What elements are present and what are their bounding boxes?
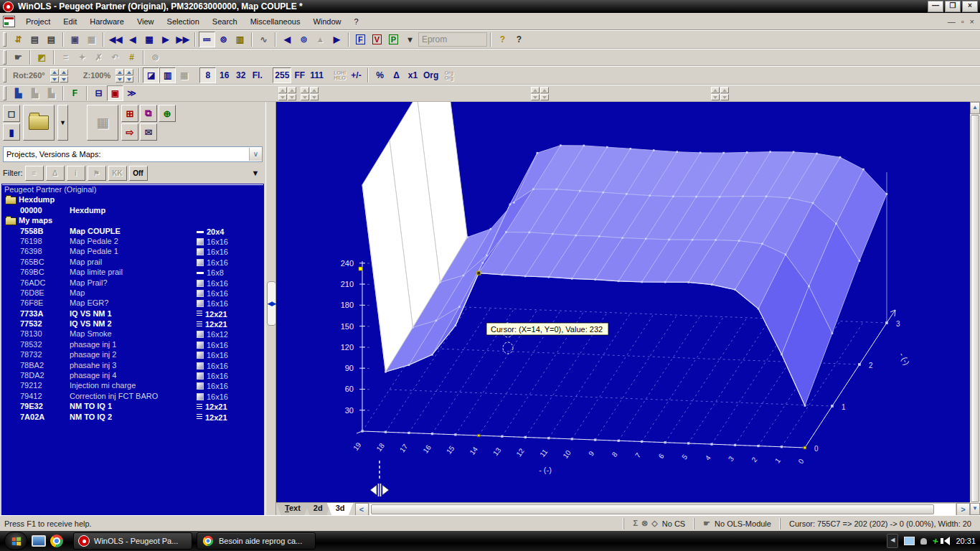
map-list-row[interactable]: 76398Map Pedale 116x16 [1,247,264,257]
menu-item-window[interactable]: Window [306,15,347,28]
first-version-icon[interactable]: ◀◀ [107,32,124,47]
tab-3d[interactable]: 3d [327,503,354,516]
pan-hand-icon[interactable]: ☛ [10,50,27,65]
horizontal-scrollbar[interactable] [369,503,957,516]
rotation-spinner[interactable] [50,69,68,83]
map-search-icon[interactable]: ⊚ [215,32,232,47]
view-3d-icon[interactable]: ▥ [159,67,176,83]
menu-item-[interactable]: ? [348,15,365,28]
new-project-icon[interactable]: ◻ [3,105,20,122]
scroll-up-icon[interactable]: ▲ [970,102,980,114]
toolbar-grip[interactable] [3,32,6,47]
map-list-row[interactable]: 769BCMap limite prail16x8 [1,268,264,278]
mdi-close-button[interactable]: × [970,17,974,26]
format-decimal-button[interactable]: 255 [273,67,291,83]
view-more-icon[interactable]: ▾ [402,32,418,47]
tab-2d[interactable]: 2d [305,503,331,516]
folder-view-icon[interactable]: F [352,32,369,47]
view-2d-icon[interactable]: ◪ [143,67,159,83]
map-list-row[interactable]: 78732phasage inj 216x16 [1,350,264,360]
format-hex-button[interactable]: FF [291,67,308,83]
menu-item-edit[interactable]: Edit [57,15,83,28]
hexdump-view-icon[interactable]: ▥ [232,32,248,47]
map-list-row[interactable]: 76F8EMap EGR?16x16 [1,298,264,309]
connection-icon[interactable]: ∿ [255,32,272,47]
mdi-minimize-button[interactable]: — [948,17,956,26]
open-project-dropdown[interactable]: ▼ [57,105,68,141]
notification-tray-icon[interactable] [920,538,927,545]
width-32bit-button[interactable]: 32 [232,67,249,83]
zoom-spinner[interactable] [116,69,133,83]
toolbar-grip[interactable] [3,86,6,100]
print-icon[interactable]: ▤ [43,32,60,47]
menu-item-view[interactable]: View [131,15,161,28]
network-tray-icon[interactable] [904,537,915,545]
project-view-icon[interactable]: P [385,32,402,47]
toolbar-grip[interactable] [3,50,6,65]
add-version-icon[interactable]: ⊞ [121,105,138,122]
map-list-row[interactable]: 76198Map Pedale 216x16 [1,237,264,247]
open-project-button[interactable] [23,105,55,141]
last-version-icon[interactable]: ▶▶ [174,32,191,47]
show-desktop-icon[interactable] [32,535,46,547]
values-delta-button[interactable]: Δ [388,67,405,83]
version-list-icon[interactable]: ▦ [141,32,157,47]
start-button[interactable] [4,532,27,550]
taskbar-button-winols[interactable]: WinOLS - Peugeot Pa... [73,532,192,550]
previous-version-icon[interactable]: ◀ [124,32,141,47]
map-list-row[interactable]: 00000Hexdump [1,206,264,216]
map-list-row[interactable]: 76ADCMap Prail?16x16 [1,278,264,288]
next-difference-icon[interactable]: ▶ [329,32,345,47]
map-list-row[interactable]: 7558BMap COUPLE20x4 [1,227,264,237]
menu-item-project[interactable]: Project [19,15,57,28]
scroll-down-icon[interactable]: ▼ [970,503,980,515]
values-percent-button[interactable]: % [372,67,388,83]
map-values-icon[interactable]: ≫ [123,85,140,101]
folder-row[interactable]: Hexdump [1,195,264,205]
splitter-arrows-icon[interactable]: ◀▶ [268,300,276,307]
map-order-icon[interactable]: ⊟ [90,85,107,101]
width-float-button[interactable]: Fl. [249,67,265,83]
map-list-row[interactable]: 7733AIQ VS NM 112x21 [1,309,264,319]
scroll-right-button[interactable]: > [956,503,970,516]
tray-expand-icon[interactable]: ◀ [887,534,898,548]
map-list-toggle-icon[interactable]: ≔ [199,32,215,47]
import-file-icon[interactable]: ⇵ [10,32,27,47]
map-list-row[interactable]: 78BA2phasahe inj 316x16 [1,361,264,371]
map-list-row[interactable]: 79E32NM TO IQ 112x21 [1,402,264,412]
filter-menu-icon[interactable]: ▼ [248,169,263,177]
vertical-scrollbar[interactable]: ▲ ▼ [970,102,980,515]
width-8bit-button[interactable]: 8 [199,67,216,83]
splitter-handle[interactable]: ◀▶ [267,281,276,326]
horizontal-scrollbar-thumb[interactable] [371,504,935,514]
tab-text[interactable]: Text [276,503,309,516]
version-view-icon[interactable]: V [369,32,385,47]
mdi-restore-button[interactable]: ▫ [961,17,964,26]
menu-item-hardware[interactable]: Hardware [83,15,131,28]
maximize-button[interactable]: ❐ [945,1,961,12]
winols-net-icon[interactable]: ⊕ [159,105,176,122]
vertical-scrollbar-thumb[interactable] [971,115,979,502]
taskbar-clock[interactable]: 20:31 [956,537,976,545]
toolbar-grip[interactable] [3,68,6,83]
chrome-icon[interactable] [50,534,63,547]
map-list-row[interactable]: 7A02ANM TO IQ 212x21 [1,413,264,423]
map-list-row[interactable]: 78130Map Smoke16x12 [1,329,264,339]
map-list-row[interactable]: 765BCMap prail16x16 [1,258,264,268]
panel-mode-combobox[interactable]: Projects, Versions & Maps: ∨ [3,146,263,162]
search-icon[interactable]: ⊚ [296,32,312,47]
hash-values-icon[interactable]: # [123,50,140,65]
save-project-icon[interactable]: ▮ [3,123,20,141]
values-factor-button[interactable]: x1 [405,67,421,83]
format-binary-button[interactable]: 111 [308,67,326,83]
map-list-row[interactable]: 78532phasage inj 116x16 [1,340,264,350]
selection-paint-icon[interactable]: ◩ [34,50,50,65]
map-list-row[interactable]: 76D8EMap16x16 [1,288,264,298]
close-button[interactable]: × [962,1,978,12]
map-wizard-icon[interactable]: ▙ [10,85,27,101]
panel-splitter[interactable]: ◀▶ [265,102,276,515]
dongle-tray-icon[interactable]: + [932,534,940,547]
tab-scroll-left-button[interactable]: < [355,503,369,516]
menu-item-selection[interactable]: Selection [161,15,206,28]
project-row[interactable]: Peugeot Partner (Original) [1,185,264,195]
